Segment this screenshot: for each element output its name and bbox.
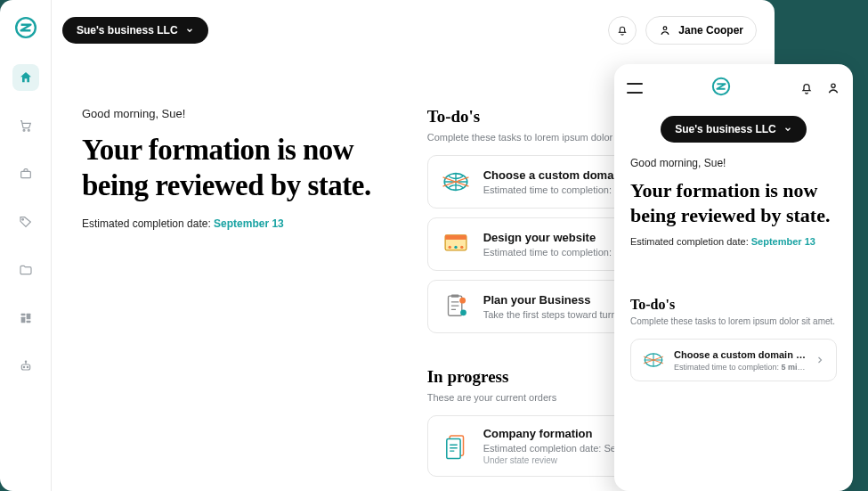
document-icon bbox=[441, 431, 471, 462]
svg-rect-6 bbox=[20, 317, 25, 323]
business-switcher[interactable]: Sue's business LLC bbox=[661, 116, 807, 143]
chevron-right-icon bbox=[815, 355, 825, 365]
chevron-down-icon bbox=[185, 26, 194, 35]
nav-briefcase-icon[interactable] bbox=[12, 160, 39, 187]
chevron-down-icon bbox=[783, 125, 792, 134]
svg-point-27 bbox=[831, 84, 835, 87]
svg-point-19 bbox=[460, 246, 463, 249]
svg-point-2 bbox=[28, 129, 29, 131]
clipboard-icon bbox=[441, 291, 471, 322]
user-name: Jane Cooper bbox=[678, 24, 743, 37]
mobile-preview: Sue's business LLC Good morning, Sue! Yo… bbox=[614, 64, 853, 491]
website-icon bbox=[441, 229, 471, 259]
todo-subtitle: Estimated time to completion: 5 minutes bbox=[674, 363, 806, 372]
hero-column: Good morning, Sue! Your formation is now… bbox=[82, 107, 392, 491]
bell-icon bbox=[616, 24, 629, 37]
svg-point-23 bbox=[460, 309, 466, 315]
business-switcher-label: Sue's business LLC bbox=[77, 24, 178, 37]
estimated-value[interactable]: September 13 bbox=[214, 217, 284, 230]
greeting: Good morning, Sue! bbox=[82, 107, 392, 120]
svg-point-18 bbox=[454, 246, 457, 249]
nav-tag-icon[interactable] bbox=[12, 209, 39, 235]
svg-rect-3 bbox=[20, 171, 30, 177]
menu-icon[interactable] bbox=[627, 83, 643, 94]
todos-title: To-do's bbox=[630, 297, 837, 313]
svg-point-4 bbox=[21, 219, 23, 221]
top-bar: Sue's business LLC Jane Cooper bbox=[62, 16, 757, 45]
estimated-date: Estimated completion date: September 13 bbox=[630, 236, 837, 247]
svg-point-10 bbox=[23, 366, 24, 367]
hero-title: Your formation is now being reviewed by … bbox=[82, 133, 392, 203]
business-switcher[interactable]: Sue's business LLC bbox=[62, 17, 208, 44]
svg-point-1 bbox=[23, 129, 25, 131]
estimated-prefix: Estimated completion date: bbox=[82, 217, 214, 230]
side-rail bbox=[0, 0, 52, 491]
svg-rect-16 bbox=[445, 235, 466, 240]
estimated-date: Estimated completion date: September 13 bbox=[82, 217, 392, 230]
hero-title: Your formation is now being reviewed by … bbox=[630, 178, 837, 227]
estimated-prefix: Estimated completion date: bbox=[630, 236, 751, 247]
notifications-button[interactable] bbox=[608, 16, 637, 45]
brand-logo bbox=[14, 16, 37, 43]
svg-point-17 bbox=[448, 246, 450, 249]
svg-rect-25 bbox=[447, 438, 460, 458]
globe-icon bbox=[441, 167, 471, 197]
mobile-topbar bbox=[614, 64, 853, 109]
svg-rect-5 bbox=[20, 314, 25, 316]
svg-point-22 bbox=[459, 298, 466, 304]
business-switcher-label: Sue's business LLC bbox=[675, 123, 776, 135]
todos-subtitle: Complete these tasks to lorem ipsum dolo… bbox=[630, 316, 837, 326]
svg-rect-21 bbox=[451, 294, 459, 297]
svg-point-12 bbox=[25, 361, 26, 362]
user-icon[interactable] bbox=[826, 81, 840, 95]
greeting: Good morning, Sue! bbox=[630, 157, 837, 169]
todo-card[interactable]: Choose a custom domain name Estimated ti… bbox=[630, 339, 837, 381]
user-menu[interactable]: Jane Cooper bbox=[645, 16, 757, 45]
nav-folder-icon[interactable] bbox=[12, 257, 39, 283]
nav-cart-icon[interactable] bbox=[12, 112, 39, 139]
todo-title: Choose a custom domain name bbox=[674, 349, 806, 360]
svg-rect-8 bbox=[26, 321, 30, 323]
svg-rect-7 bbox=[26, 314, 30, 320]
brand-logo bbox=[711, 77, 731, 100]
bell-icon[interactable] bbox=[799, 81, 814, 95]
nav-bot-icon[interactable] bbox=[12, 353, 39, 380]
svg-point-13 bbox=[663, 27, 667, 30]
svg-point-11 bbox=[27, 366, 28, 367]
nav-dashboard-icon[interactable] bbox=[12, 305, 39, 331]
estimated-value[interactable]: September 13 bbox=[751, 236, 815, 247]
nav-home-icon[interactable] bbox=[12, 64, 39, 91]
user-icon bbox=[659, 24, 671, 37]
globe-icon bbox=[642, 348, 665, 372]
